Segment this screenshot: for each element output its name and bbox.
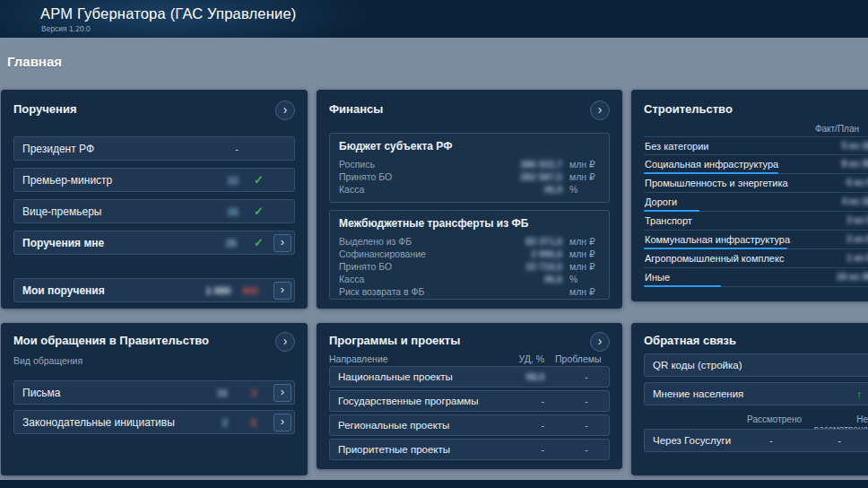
row-label: Мои поручения <box>22 284 105 297</box>
app-title: АРМ Губернатора (ГАС Управление) <box>40 5 297 22</box>
row-problems: - <box>573 420 600 431</box>
fin-unit: млн ₽ <box>569 248 602 259</box>
row-open-button[interactable]: › <box>273 414 291 431</box>
chevron-right-icon: › <box>281 236 284 248</box>
appeals-subtitle: Вид обращения <box>13 355 82 366</box>
card-finances-title: Финансы <box>329 102 383 116</box>
poruchenia-row-vice[interactable]: Вице-премьеры 15 ✓ <box>13 199 295 223</box>
budget-row: Касса 46,9 % <box>339 184 602 196</box>
poruchenia-row-mine[interactable]: Поручения мне 25 ✓ › <box>13 231 295 255</box>
row-label: Иные <box>645 272 670 283</box>
poruchenia-row-premier[interactable]: Премьер-министр 12 ✓ <box>13 168 295 192</box>
construction-row[interactable]: Без категории 5 из 18 <box>644 136 868 155</box>
row-label: Президент РФ <box>22 143 94 155</box>
page-title: Главная <box>7 54 62 69</box>
chevron-right-icon: › <box>281 386 284 397</box>
row-problems: - <box>573 444 600 455</box>
row-value-2: 3 <box>237 388 256 398</box>
feedback-row-qr[interactable]: QR коды (стройка) <box>644 353 868 377</box>
row-value: 16 из 36 <box>802 272 868 282</box>
row-label: Промышленность и энергетика <box>645 178 788 188</box>
row-label: QR коды (стройка) <box>653 360 742 370</box>
fin-value: 46,9 <box>482 184 562 195</box>
poruchenia-expand-button[interactable]: › <box>275 100 295 120</box>
row-value: 4 из 18 <box>802 196 868 206</box>
fin-unit: млн ₽ <box>569 159 602 170</box>
row-label: Вице-премьеры <box>22 205 101 218</box>
card-programs-title: Программы и проекты <box>329 334 460 347</box>
chevron-right-icon: › <box>281 415 284 427</box>
card-finances: Финансы › Бюджет субъекта РФ Роспись 386… <box>317 90 622 309</box>
programs-col-name: Направление <box>329 353 388 364</box>
fin-label: Риск возврата в ФБ <box>339 286 424 297</box>
poruchenia-row-president[interactable]: Президент РФ - <box>13 136 295 161</box>
construction-row[interactable]: Дороги 4 из 18 <box>644 193 868 212</box>
row-label: Транспорт <box>645 215 692 226</box>
fin-value: 386 932,7 <box>482 159 562 170</box>
feedback-col-reviewed: Рассмотрено <box>739 414 802 424</box>
row-value-1: 16 <box>201 388 228 398</box>
bottom-bar <box>0 480 868 488</box>
feedback-row-gosuslugi[interactable]: Через Госуслуги - - <box>644 429 868 452</box>
card-poruchenia: Поручения › Президент РФ - Премьер-минис… <box>1 90 308 309</box>
finances-budget-box[interactable]: Бюджет субъекта РФ Роспись 386 932,7 млн… <box>329 133 610 203</box>
card-appeals-title: Мои обращения в Правительство <box>13 334 209 347</box>
fin-label: Выделено из ФБ <box>339 236 412 247</box>
row-open-button[interactable]: › <box>273 234 291 252</box>
fin-label: Софинансирование <box>339 248 426 259</box>
construction-row[interactable]: Промышленность и энергетика 6 из 9 <box>644 174 868 193</box>
row-value: 3 из 5 <box>802 215 868 225</box>
construction-row[interactable]: Агропромышленный комплекс 1 из 6 <box>644 249 868 268</box>
row-label: Региональные проекты <box>338 420 449 431</box>
card-construction: Строительство Факт/План Без категории 5 … <box>631 90 868 301</box>
row-label: Мнение населения <box>653 388 743 399</box>
app-version: Версия 1.20.0 <box>41 24 91 33</box>
construction-row[interactable]: Иные 16 из 36 <box>644 268 868 287</box>
row-open-button[interactable]: › <box>273 282 291 300</box>
screen: АРМ Губернатора (ГАС Управление) Версия … <box>0 0 868 488</box>
row-label: Поручения мне <box>22 237 104 249</box>
appeals-expand-button[interactable]: › <box>275 332 295 352</box>
row-label: Без категории <box>645 141 708 152</box>
feedback-row-opinion[interactable]: Мнение населения ↑ <box>644 382 868 405</box>
row-label: Национальные проекты <box>338 371 453 382</box>
programs-row[interactable]: Региональные проекты - - <box>329 414 610 436</box>
programs-expand-button[interactable]: › <box>590 332 610 352</box>
row-value: 5 из 18 <box>802 141 868 151</box>
row-open-button[interactable]: › <box>273 384 291 402</box>
fin-label: Принято БО <box>339 261 392 272</box>
row-value-total: 1 000 <box>186 285 230 296</box>
check-icon: ✓ <box>254 173 264 187</box>
fin-unit: млн ₽ <box>569 286 602 297</box>
programs-row[interactable]: Приоритетные проекты - - <box>329 439 610 460</box>
row-value-2: 6 <box>237 417 256 428</box>
appeals-row-letters[interactable]: Письма 16 3 › <box>13 380 295 405</box>
row-value: 6 из 9 <box>802 178 868 187</box>
row-value: 12 <box>203 175 239 186</box>
appeals-row-initiatives[interactable]: Законодательные инициативы 2 6 › <box>13 410 295 434</box>
row-label: Дороги <box>645 196 677 207</box>
trend-up-icon: ↑ <box>856 388 863 401</box>
card-programs: Программы и проекты › Направление УД, % … <box>317 323 622 469</box>
chevron-right-icon: › <box>281 283 284 295</box>
card-appeals: Мои обращения в Правительство › Вид обра… <box>1 323 308 475</box>
construction-row[interactable]: Транспорт 3 из 5 <box>644 212 868 231</box>
fin-value: 282 587,5 <box>482 171 562 182</box>
row-label: Письма <box>22 387 61 399</box>
card-construction-title: Строительство <box>644 102 733 116</box>
row-label: Социальная инфраструктура <box>645 159 778 170</box>
transfers-row: Касса 46,6 % <box>339 274 602 286</box>
finances-transfers-box[interactable]: Межбюджетные трансферты из ФБ Выделено и… <box>329 210 610 300</box>
programs-col-ud: УД, % <box>478 353 544 364</box>
construction-row[interactable]: Коммунальная инфраструктура 2 из 8 <box>644 231 868 249</box>
chevron-right-icon: › <box>283 103 288 116</box>
programs-row[interactable]: Национальные проекты 98,9 - <box>329 366 610 388</box>
budget-row: Роспись 386 932,7 млн ₽ <box>339 159 602 171</box>
poruchenia-row-my[interactable]: Мои поручения 1 000 400 › <box>13 278 295 302</box>
transfers-row: Риск возврата в ФБ млн ₽ <box>339 286 602 299</box>
programs-row[interactable]: Государственные программы - - <box>329 390 610 412</box>
fin-unit: % <box>569 274 602 284</box>
finances-expand-button[interactable]: › <box>590 100 610 120</box>
check-icon: ✓ <box>254 236 264 249</box>
construction-row[interactable]: Социальная инфраструктура 8 из 36 <box>644 155 868 174</box>
